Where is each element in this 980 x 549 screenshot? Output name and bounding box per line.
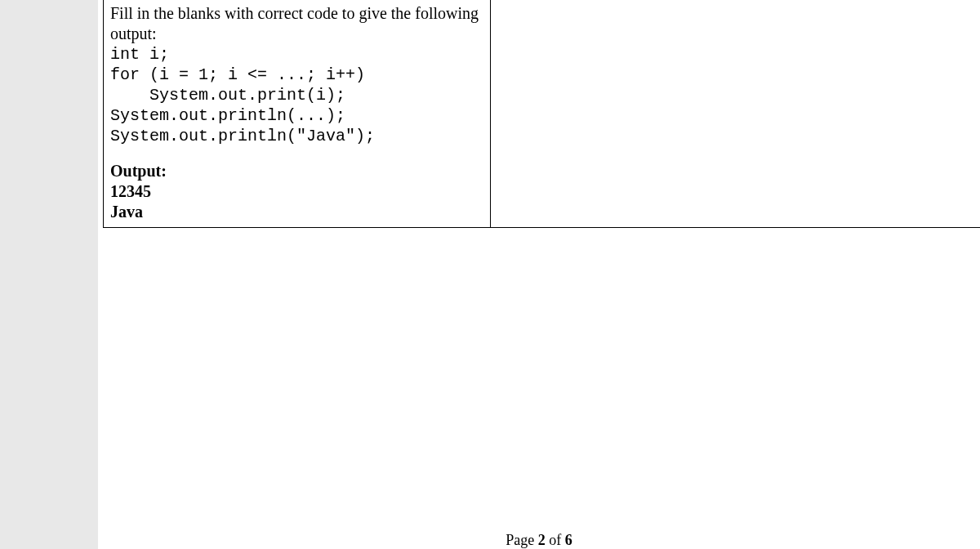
code-line-1: int i; — [110, 44, 483, 65]
page-footer: Page 2 of 6 — [98, 532, 980, 549]
code-line-4: System.out.println(...); — [110, 105, 483, 126]
footer-current-page: 2 — [538, 532, 546, 548]
footer-total-pages: 6 — [565, 532, 572, 548]
output-line-1: 12345 — [110, 181, 483, 202]
document-page: Fill in the blanks with correct code to … — [98, 0, 980, 549]
code-line-2: for (i = 1; i <= ...; i++) — [110, 65, 483, 85]
output-label: Output: — [110, 161, 483, 181]
output-line-2: Java — [110, 202, 483, 222]
instruction-text-1: Fill in the blanks with correct code to … — [110, 3, 483, 24]
footer-of: of — [546, 532, 565, 548]
left-margin — [0, 0, 98, 549]
table-row-bottom-border — [491, 227, 980, 228]
question-cell: Fill in the blanks with correct code to … — [103, 0, 491, 228]
code-line-5: System.out.println("Java"); — [110, 126, 483, 146]
code-line-3: System.out.print(i); — [110, 85, 483, 105]
footer-prefix: Page — [506, 532, 538, 548]
instruction-text-2: output: — [110, 24, 483, 44]
